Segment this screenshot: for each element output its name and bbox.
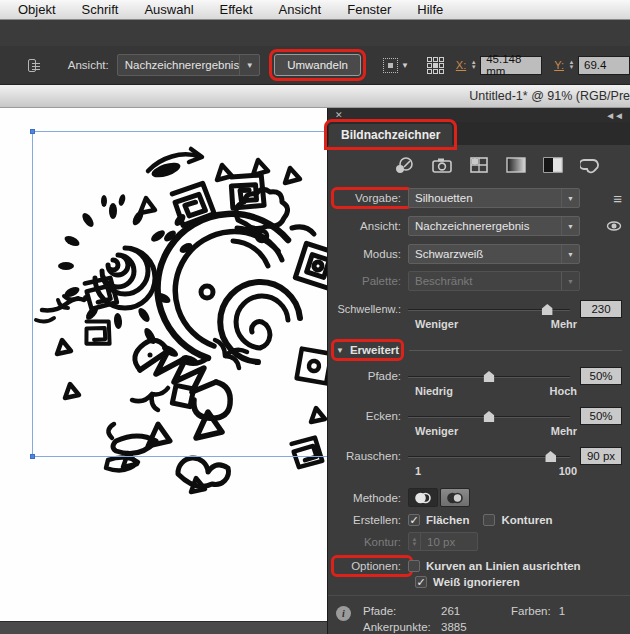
methode-label: Methode: <box>336 492 408 504</box>
weiss-ignorieren-label: Weiß ignorieren <box>433 576 520 588</box>
panel-title-strip: ✕ ◄◄ <box>328 108 630 122</box>
auto-color-icon[interactable] <box>394 155 416 175</box>
marquee-icon <box>383 58 398 73</box>
schwellenwert-value[interactable]: 230 <box>580 300 622 318</box>
vorgabe-select[interactable]: Silhouetten ▼ <box>408 188 580 208</box>
max-label: Mehr <box>551 425 577 439</box>
min-label: Niedrig <box>415 385 453 399</box>
chevron-down-icon: ▼ <box>561 272 579 290</box>
expand-button-label: Umwandeln <box>287 59 348 71</box>
image-trace-panel: ✕ ◄◄ Bildnachzeichner <box>327 108 630 634</box>
high-color-camera-icon[interactable] <box>431 155 453 175</box>
row-rauschen: Rauschen: 90 px <box>328 447 630 465</box>
ecken-value[interactable]: 50% <box>580 407 622 425</box>
kurven-label: Kurven an Linien ausrichten <box>426 560 581 572</box>
low-color-icon[interactable] <box>468 155 490 175</box>
row-optionen: Optionen: Kurven an Linien ausrichten <box>328 560 630 572</box>
erweitert-toggle[interactable]: ▼ Erweitert <box>336 344 399 356</box>
close-icon[interactable]: ✕ <box>335 110 343 120</box>
y-label: Y: <box>554 59 564 71</box>
ansicht-select[interactable]: Nachzeichnerergebnis ▼ <box>408 216 580 236</box>
schwellenwert-slider[interactable] <box>408 301 570 317</box>
section-divider-line <box>409 350 622 351</box>
x-value-field[interactable]: 45.148 mm <box>480 56 542 75</box>
rauschen-label: Rauschen: <box>336 450 408 462</box>
eye-icon[interactable] <box>606 221 622 231</box>
expand-button[interactable]: Umwandeln <box>274 54 361 76</box>
info-farben-value: 1 <box>559 605 565 617</box>
y-value-field[interactable]: 69.4 <box>578 56 630 75</box>
slider-thumb[interactable] <box>542 304 553 315</box>
tab-bildnachzeichner[interactable]: Bildnachzeichner <box>329 124 452 145</box>
menu-auswahl[interactable]: Auswahl <box>144 2 193 17</box>
ecken-sublabels: Weniger Mehr <box>415 425 577 439</box>
x-stepper[interactable]: ▲▼ <box>469 56 478 74</box>
pfade-value[interactable]: 50% <box>580 367 622 385</box>
erstellen-label: Erstellen: <box>336 514 408 526</box>
chevron-down-icon: ▼ <box>561 189 579 207</box>
menu-objekt[interactable]: Objekt <box>18 2 56 17</box>
slider-thumb[interactable] <box>484 411 495 422</box>
view-label: Ansicht: <box>68 59 109 71</box>
slider-thumb[interactable] <box>545 451 556 462</box>
max-label: Mehr <box>551 318 577 332</box>
kurven-checkbox[interactable] <box>408 560 420 572</box>
menu-hilfe[interactable]: Hilfe <box>417 2 443 17</box>
menu-schrift[interactable]: Schrift <box>82 2 119 17</box>
preset-icon-row <box>328 152 630 178</box>
weiss-ignorieren-checkbox[interactable]: ✓ <box>415 576 427 588</box>
rauschen-slider[interactable] <box>408 448 570 464</box>
collapse-panel-icon[interactable]: ◄◄ <box>605 110 623 121</box>
methode-abutting-icon[interactable] <box>408 488 438 507</box>
outline-icon[interactable] <box>579 155 601 175</box>
methode-overlapping-icon[interactable] <box>440 488 470 507</box>
black-white-icon[interactable] <box>542 155 564 175</box>
menu-effekt[interactable]: Effekt <box>220 2 253 17</box>
selection-handle-top-left[interactable] <box>30 129 35 134</box>
rauschen-sublabels: 1 100 <box>415 465 577 479</box>
app-frame-strip <box>0 20 630 46</box>
kontur-label: Kontur: <box>336 536 408 548</box>
preset-menu-icon[interactable]: ≡ <box>613 190 622 207</box>
rauschen-value[interactable]: 90 px <box>580 447 622 465</box>
max-label: 100 <box>559 465 577 479</box>
selection-options-icon[interactable]: ▼ <box>383 58 409 73</box>
kontur-value: 10 px <box>421 536 455 548</box>
menu-ansicht[interactable]: Ansicht <box>279 2 322 17</box>
row-schwellenwert: Schwellenw.: 230 <box>328 300 630 318</box>
konturen-checkbox[interactable] <box>483 514 495 526</box>
trace-view-select[interactable]: Nachzeichnerergebnis ▼ <box>117 54 260 76</box>
triangle-down-icon: ▼ <box>336 346 344 355</box>
row-erstellen: Erstellen: ✓ Flächen Konturen <box>328 514 630 526</box>
grayscale-icon[interactable] <box>505 155 527 175</box>
reference-point-icon[interactable] <box>427 57 444 74</box>
row-ansicht: Ansicht: Nachzeichnerergebnis ▼ <box>328 216 630 236</box>
kontur-stepper: ▲▼ 10 px <box>408 532 478 551</box>
flaechen-checkbox[interactable]: ✓ <box>408 514 420 526</box>
pfade-label: Pfade: <box>336 370 408 382</box>
row-modus: Modus: Schwarzweiß ▼ <box>328 244 630 264</box>
slider-thumb[interactable] <box>484 371 495 382</box>
ecken-label: Ecken: <box>336 410 408 422</box>
min-label: Weniger <box>415 425 458 439</box>
row-ecken: Ecken: 50% <box>328 407 630 425</box>
ansicht-value: Nachzeichnerergebnis <box>409 220 561 232</box>
row-kontur: Kontur: ▲▼ 10 px <box>328 532 630 551</box>
row-vorgabe: Vorgabe: Silhouetten ▼ ≡ <box>328 188 630 208</box>
menu-fenster[interactable]: Fenster <box>347 2 391 17</box>
section-erweitert: ▼ Erweitert <box>328 341 630 359</box>
control-bar: Ansicht: Nachzeichnerergebnis ▼ Umwandel… <box>0 46 630 84</box>
min-label: Weniger <box>415 318 458 332</box>
palette-label: Palette: <box>336 275 408 287</box>
selection-handle-bottom-left[interactable] <box>30 454 35 459</box>
pfade-slider[interactable] <box>408 368 570 384</box>
ecken-slider[interactable] <box>408 408 570 424</box>
y-stepper[interactable]: ▲▼ <box>567 56 576 74</box>
chevron-down-icon: ▼ <box>401 61 409 70</box>
modus-label: Modus: <box>336 248 408 260</box>
panel-options-icon[interactable] <box>28 59 36 72</box>
modus-select[interactable]: Schwarzweiß ▼ <box>408 244 580 264</box>
document-title: Untitled-1* @ 91% (RGB/Pre <box>469 89 630 103</box>
schwellenwert-label: Schwellenw.: <box>336 303 408 315</box>
menu-bar: Objekt Schrift Auswahl Effekt Ansicht Fe… <box>0 0 630 20</box>
